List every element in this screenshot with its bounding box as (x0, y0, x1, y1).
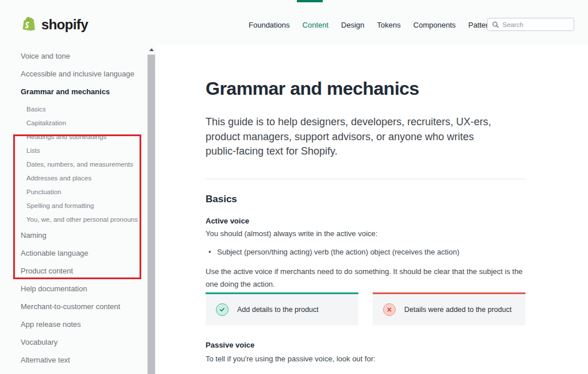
search-box[interactable] (487, 18, 574, 31)
x-circle-icon (383, 303, 396, 316)
dont-card-text: Details were added to the product (404, 306, 512, 314)
primary-nav: Foundations Content Design Tokens Compon… (249, 21, 496, 29)
sidebar-subitem-spelling[interactable]: Spelling and formatting (21, 199, 138, 213)
sidebar-subitem-addresses[interactable]: Addresses and places (21, 171, 138, 185)
sidebar-list: Voice and tone Accessible and inclusive … (21, 47, 138, 369)
sidebar-item-actionable-language[interactable]: Actionable language (21, 244, 138, 262)
sidebar-item-help-documentation[interactable]: Help documentation (21, 280, 138, 298)
search-input[interactable] (502, 21, 569, 28)
sidebar-item-alternative-text[interactable]: Alternative text (21, 351, 138, 369)
scrollbar-thumb[interactable] (148, 55, 155, 374)
active-voice-heading: Active voice (206, 216, 525, 226)
nav-tokens[interactable]: Tokens (377, 21, 401, 29)
do-card: Add details to the product (206, 292, 358, 325)
do-card-text: Add details to the product (237, 306, 319, 314)
dont-card: Details were added to the product (373, 292, 525, 325)
scroll-up-arrow-icon (149, 48, 154, 51)
top-header: shopify Foundations Content Design Token… (0, 0, 588, 45)
sidebar-item-app-release-notes[interactable]: App release notes (21, 315, 138, 333)
sidebar-item-accessible-language[interactable]: Accessible and inclusive language (21, 65, 138, 83)
sidebar-subitem-basics[interactable]: Basics (21, 102, 138, 116)
sidebar-subitem-lists[interactable]: Lists (21, 144, 138, 157)
sidebar-subitem-dates-numbers[interactable]: Dates, numbers, and measurements (21, 157, 138, 171)
sidebar-subitem-punctuation[interactable]: Punctuation (21, 185, 138, 199)
dont-card-body: Details were added to the product (373, 294, 525, 325)
page-title: Grammar and mechanics (206, 76, 525, 101)
sidebar-subitem-headings[interactable]: Headings and subheadings (21, 130, 138, 144)
do-dont-cards: Add details to the product Details were … (206, 292, 525, 325)
shopify-bag-icon (20, 15, 37, 34)
search-icon (492, 21, 499, 28)
sidebar-item-product-content[interactable]: Product content (21, 262, 138, 280)
shopify-wordmark: shopify (41, 17, 88, 33)
sidebar-item-grammar-and-mechanics[interactable]: Grammar and mechanics (21, 83, 138, 102)
active-voice-list: Subject (person/thing acting) verb (the … (206, 247, 525, 257)
active-voice-paragraph: You should (almost) always write in the … (206, 229, 525, 238)
intro-line: This guide is to help designers, develop… (206, 115, 525, 130)
scrollbar-up-button[interactable] (147, 45, 156, 55)
paragraph-line: one doing the action. (206, 278, 525, 291)
paragraph-line: Use the active voice if merchants need t… (206, 265, 525, 278)
section-divider (206, 179, 525, 179)
sidebar-subitem-capitalization[interactable]: Capitalization (21, 116, 138, 130)
intro-paragraph: This guide is to help designers, develop… (206, 115, 525, 159)
do-card-body: Add details to the product (206, 294, 358, 325)
passive-voice-heading: Passive voice (206, 340, 525, 350)
check-circle-icon (216, 303, 229, 316)
shopify-logo[interactable]: shopify (20, 15, 88, 34)
sidebar-scrollbar[interactable] (147, 45, 156, 374)
nav-foundations[interactable]: Foundations (249, 21, 290, 29)
passive-voice-paragraph: To tell if you're using the passive voic… (206, 354, 525, 364)
sidebar-subitem-pronouns[interactable]: You, we, and other personal pronouns (21, 213, 138, 226)
main-panel: Grammar and mechanics This guide is to h… (156, 45, 588, 374)
intro-line: product managers, support advisors, or a… (206, 130, 525, 145)
sidebar-item-naming[interactable]: Naming (21, 226, 138, 244)
nav-design[interactable]: Design (341, 21, 364, 29)
sidebar-nav: Voice and tone Accessible and inclusive … (0, 45, 147, 374)
intro-line: public-facing text for Shopify. (206, 144, 525, 159)
nav-components[interactable]: Components (413, 21, 456, 29)
active-voice-paragraph-2: Use the active voice if merchants need t… (206, 265, 525, 291)
article: Grammar and mechanics This guide is to h… (206, 45, 525, 364)
nav-content[interactable]: Content (303, 21, 329, 29)
active-tab-indicator (297, 0, 323, 2)
basics-heading: Basics (206, 193, 525, 205)
list-item: Subject (person/thing acting) verb (the … (206, 247, 525, 257)
sidebar-item-merchant-to-customer[interactable]: Merchant-to-customer content (21, 298, 138, 315)
sidebar-item-voice-and-tone[interactable]: Voice and tone (21, 47, 138, 65)
sidebar-item-vocabulary[interactable]: Vocabulary (21, 333, 138, 351)
